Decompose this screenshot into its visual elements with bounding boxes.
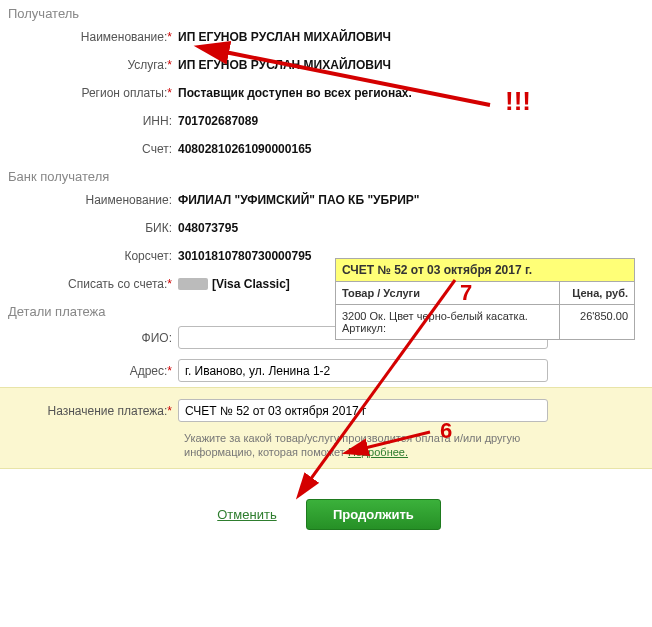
purpose-input[interactable] [178, 399, 548, 422]
label-purpose: Назначение платежа:* [0, 404, 178, 418]
invoice-item: 3200 Ок. Цвет черно-белый касатка. Артик… [336, 305, 560, 339]
section-recipient: Получатель [0, 0, 652, 23]
label-service: Услуга:* [0, 58, 178, 72]
invoice-header-price: Цена, руб. [560, 282, 634, 304]
masked-dots-icon [178, 278, 208, 290]
value-service: ИП ЕГУНОВ РУСЛАН МИХАЙЛОВИЧ [178, 58, 391, 72]
label-inn: ИНН: [0, 114, 178, 128]
address-input[interactable] [178, 359, 548, 382]
value-bik: 048073795 [178, 221, 238, 235]
value-region: Поставщик доступен во всех регионах. [178, 86, 412, 100]
hint-more-link[interactable]: Подробнее. [348, 446, 408, 458]
invoice-overlay: СЧЕТ № 52 от 03 октября 2017 г. Товар / … [335, 258, 635, 340]
label-corr: Корсчет: [0, 249, 178, 263]
cancel-button[interactable]: Отменить [211, 506, 282, 523]
value-account: 40802810261090000165 [178, 142, 311, 156]
value-name: ИП ЕГУНОВ РУСЛАН МИХАЙЛОВИЧ [178, 30, 391, 44]
purpose-hint: Укажите за какой товар/услугу производит… [0, 427, 590, 460]
debit-card-text: [Visa Classic] [212, 277, 290, 291]
continue-button[interactable]: Продолжить [306, 499, 441, 530]
label-bank-name: Наименование: [0, 193, 178, 207]
invoice-title: СЧЕТ № 52 от 03 октября 2017 г. [336, 259, 634, 282]
section-bank: Банк получателя [0, 163, 652, 186]
value-inn: 701702687089 [178, 114, 258, 128]
label-bik: БИК: [0, 221, 178, 235]
value-corr: 30101810780730000795 [178, 249, 311, 263]
value-debit[interactable]: [Visa Classic] [178, 277, 290, 291]
label-region: Регион оплаты:* [0, 86, 178, 100]
label-fio: ФИО: [0, 331, 178, 345]
label-name: Наименование:* [0, 30, 178, 44]
invoice-price: 26'850.00 [560, 305, 634, 339]
label-address: Адрес:* [0, 364, 178, 378]
label-debit: Списать со счета:* [0, 277, 178, 291]
invoice-header-goods: Товар / Услуги [336, 282, 560, 304]
value-bank-name: ФИЛИАЛ "УФИМСКИЙ" ПАО КБ "УБРИР" [178, 193, 420, 207]
label-account: Счет: [0, 142, 178, 156]
